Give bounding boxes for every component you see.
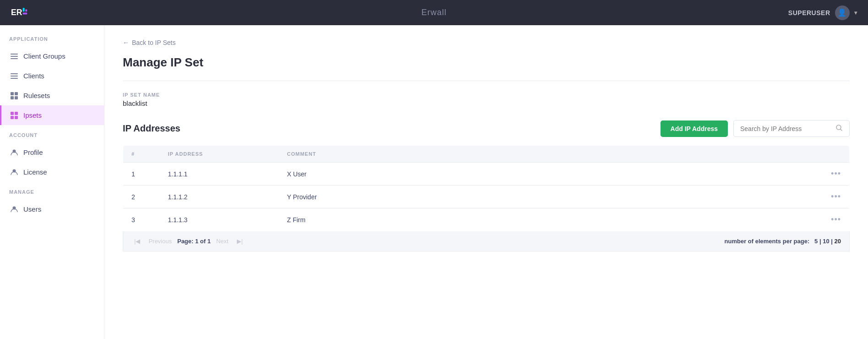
sidebar-divider-1 [0, 125, 104, 132]
app-title: Erwall [421, 8, 447, 17]
per-page-10[interactable]: 10 [823, 238, 829, 245]
logo: ER [11, 6, 29, 20]
svg-line-22 [841, 129, 842, 131]
page-title: Manage IP Set [123, 55, 850, 70]
svg-rect-16 [11, 116, 14, 119]
first-page-button[interactable]: |◀ [131, 237, 143, 246]
sidebar-item-rulesets[interactable]: Rulesets [0, 86, 104, 105]
next-page-button[interactable]: Next [213, 237, 231, 246]
svg-rect-10 [11, 92, 14, 95]
sidebar-item-clients[interactable]: Clients [0, 66, 104, 86]
sidebar-item-users[interactable]: Users [0, 199, 104, 219]
svg-rect-12 [11, 96, 14, 99]
cell-actions: ••• [822, 186, 850, 208]
pagination-left: |◀ Previous Page: 1 of 1 Next ▶| [131, 237, 246, 246]
cell-ip: 1.1.1.2 [160, 186, 279, 208]
table-row: 1 1.1.1.1 X User ••• [123, 163, 850, 186]
back-arrow-icon: ← [123, 39, 129, 46]
svg-rect-5 [11, 56, 18, 57]
search-input[interactable] [740, 125, 832, 132]
row-actions-button[interactable]: ••• [831, 215, 841, 224]
list-icon-2 [11, 72, 18, 80]
svg-rect-9 [11, 78, 18, 79]
cell-num: 1 [123, 163, 160, 186]
sidebar-item-client-groups[interactable]: Client Groups [0, 46, 104, 66]
user-menu[interactable]: SUPERUSER 👤 ▾ [788, 5, 857, 20]
sidebar-item-license[interactable]: License [0, 162, 104, 182]
svg-rect-2 [25, 9, 27, 11]
cell-comment: Z Firm [279, 208, 822, 231]
table-header-row: # IP ADDRESS COMMENT [123, 146, 850, 163]
back-link-label: Back to IP Sets [132, 39, 175, 46]
sidebar-label-ipsets: Ipsets [23, 111, 42, 119]
person-icon [11, 149, 18, 156]
grid-icon [11, 92, 18, 99]
sidebar-item-ipsets[interactable]: Ipsets [0, 105, 104, 125]
users-icon [11, 206, 18, 213]
sidebar-label-profile: Profile [23, 148, 43, 156]
th-num: # [123, 146, 160, 163]
sidebar-label-clients: Clients [23, 72, 44, 80]
th-comment: COMMENT [279, 146, 822, 163]
ipsets-icon [11, 112, 18, 119]
search-box [733, 120, 850, 137]
svg-text:ER: ER [11, 8, 22, 17]
cell-num: 2 [123, 186, 160, 208]
section-header: IP Addresses Add IP Address [123, 120, 850, 137]
last-page-button[interactable]: ▶| [234, 237, 246, 246]
username-label: SUPERUSER [788, 9, 830, 16]
ip-set-name-label: IP SET NAME [123, 92, 850, 98]
table-row: 3 1.1.1.3 Z Firm ••• [123, 208, 850, 231]
list-icon [11, 53, 18, 60]
cell-ip: 1.1.1.1 [160, 163, 279, 186]
sidebar-section-application: APPLICATION [0, 36, 104, 46]
svg-rect-15 [15, 112, 18, 115]
previous-page-button[interactable]: Previous [146, 237, 175, 246]
add-ip-address-button[interactable]: Add IP Address [661, 120, 728, 137]
per-page-selector: number of elements per page: 5 | 10 | 20 [725, 238, 841, 245]
sidebar-label-client-groups: Client Groups [23, 52, 66, 60]
ip-table: # IP ADDRESS COMMENT 1 1.1.1.1 X User ••… [123, 145, 850, 231]
per-page-5[interactable]: 5 [814, 238, 818, 245]
table-row: 2 1.1.1.2 Y Provider ••• [123, 186, 850, 208]
cell-actions: ••• [822, 208, 850, 231]
ip-set-name-value: blacklist [123, 99, 850, 107]
svg-rect-3 [23, 12, 27, 14]
row-actions-button[interactable]: ••• [831, 192, 841, 201]
svg-rect-8 [11, 76, 18, 77]
cell-num: 3 [123, 208, 160, 231]
th-ip: IP ADDRESS [160, 146, 279, 163]
sidebar-item-profile[interactable]: Profile [0, 142, 104, 162]
svg-rect-14 [11, 112, 14, 115]
sidebar-section-account: ACCOUNT [0, 132, 104, 142]
svg-rect-1 [23, 8, 25, 11]
chevron-down-icon: ▾ [854, 10, 857, 16]
cell-comment: X User [279, 163, 822, 186]
th-actions [822, 146, 850, 163]
license-icon [11, 169, 18, 176]
cell-comment: Y Provider [279, 186, 822, 208]
cell-actions: ••• [822, 163, 850, 186]
svg-rect-13 [15, 96, 18, 99]
logo-icon: ER [11, 6, 29, 20]
main-content: ← Back to IP Sets Manage IP Set IP SET N… [104, 25, 868, 339]
main-layout: APPLICATION Client Groups Clients Rulese… [0, 25, 868, 339]
page-indicator: Page: 1 of 1 [177, 238, 211, 245]
section-controls: Add IP Address [661, 120, 850, 137]
sidebar-label-rulesets: Rulesets [23, 92, 50, 99]
per-page-label: number of elements per page: [725, 238, 810, 245]
cell-ip: 1.1.1.3 [160, 208, 279, 231]
pagination-bar: |◀ Previous Page: 1 of 1 Next ▶| number … [123, 231, 850, 252]
back-link[interactable]: ← Back to IP Sets [123, 39, 850, 46]
row-actions-button[interactable]: ••• [831, 169, 841, 178]
navbar: ER Erwall SUPERUSER 👤 ▾ [0, 0, 868, 25]
sidebar-label-license: License [23, 168, 47, 176]
svg-rect-4 [11, 54, 18, 55]
svg-rect-17 [15, 116, 18, 119]
sidebar: APPLICATION Client Groups Clients Rulese… [0, 25, 104, 339]
per-page-20[interactable]: 20 [835, 238, 841, 245]
sidebar-divider-2 [0, 182, 104, 189]
ip-table-body: 1 1.1.1.1 X User ••• 2 1.1.1.2 Y Provide… [123, 163, 850, 231]
svg-rect-6 [11, 58, 18, 59]
avatar: 👤 [835, 5, 850, 20]
